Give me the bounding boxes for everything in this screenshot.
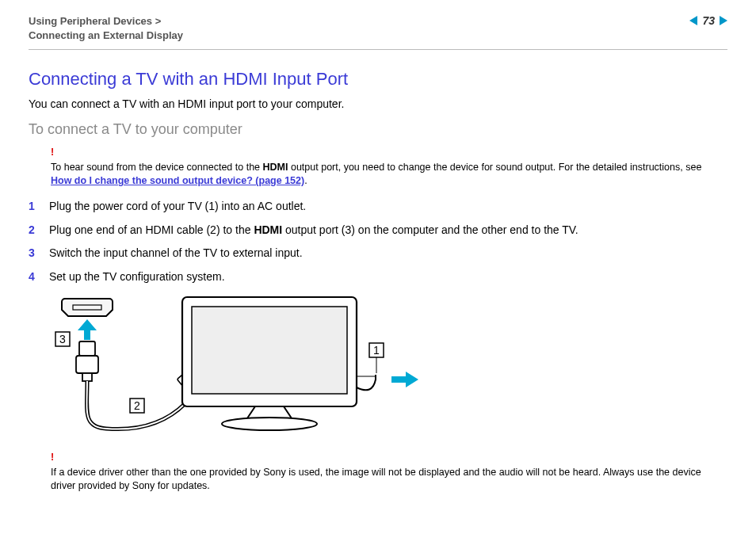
svg-marker-3: [78, 319, 97, 340]
step-text: Set up the TV configuration system.: [49, 269, 225, 285]
breadcrumb-top: Using Peripheral Devices: [29, 15, 152, 27]
page-header: Using Peripheral Devices > Connecting an…: [29, 14, 727, 50]
step-1: 1 Plug the power cord of your TV (1) int…: [29, 199, 727, 215]
chevron-right-icon: >: [155, 15, 162, 27]
note2-text: If a device driver other than the one pr…: [51, 467, 701, 491]
hdmi-plug-icon: [76, 341, 98, 381]
diagram-label-2: 2: [130, 399, 144, 413]
svg-rect-6: [82, 373, 92, 381]
power-cord-icon: [357, 375, 376, 390]
step-4: 4 Set up the TV configuration system.: [29, 269, 727, 285]
diagram-label-3: 3: [55, 332, 70, 346]
intro-text: You can connect a TV with an HDMI input …: [29, 97, 727, 110]
subheading: To connect a TV to your computer: [29, 121, 727, 138]
svg-text:2: 2: [134, 399, 140, 412]
tv-icon: [182, 297, 357, 430]
svg-rect-12: [192, 307, 347, 394]
step-text: Switch the input channel of the TV to ex…: [49, 246, 303, 261]
page-nav: 73: [689, 14, 727, 27]
breadcrumb-bottom: Connecting an External Display: [29, 29, 183, 41]
svg-marker-18: [391, 372, 418, 387]
arrow-right-icon: [391, 372, 418, 387]
note-driver: ! If a device driver other than the one …: [51, 451, 727, 493]
note-sound-output: ! To hear sound from the device connecte…: [51, 146, 727, 188]
nav-prev-icon[interactable]: [689, 16, 697, 25]
page-number: 73: [702, 14, 715, 27]
note-text-a: To hear sound from the device connected …: [51, 162, 263, 173]
svg-text:3: 3: [59, 333, 66, 345]
page-title: Connecting a TV with an HDMI Input Port: [29, 69, 727, 90]
diagram-label-1: 1: [369, 343, 384, 357]
steps-list: 1 Plug the power cord of your TV (1) int…: [29, 199, 727, 284]
breadcrumb: Using Peripheral Devices > Connecting an…: [29, 14, 183, 43]
step-number: 4: [29, 269, 40, 285]
nav-next-icon[interactable]: [720, 16, 727, 25]
step-2: 2 Plug one end of an HDMI cable (2) to t…: [29, 223, 727, 238]
step-number: 3: [29, 246, 40, 261]
note-text-c: .: [304, 175, 307, 186]
step-text: Plug one end of an HDMI cable (2) to the…: [49, 223, 578, 238]
step-number: 2: [29, 223, 40, 238]
svg-rect-5: [76, 356, 98, 373]
connection-diagram: 3 2: [51, 292, 727, 443]
alert-icon: !: [51, 451, 727, 464]
step-3: 3 Switch the input channel of the TV to …: [29, 246, 727, 261]
svg-rect-4: [79, 341, 95, 356]
step-text: Plug the power cord of your TV (1) into …: [49, 199, 306, 215]
hdmi-port-icon: [62, 299, 113, 316]
document-page: Using Peripheral Devices > Connecting an…: [0, 0, 756, 509]
sound-output-link[interactable]: How do I change the sound output device?…: [51, 175, 304, 186]
note-text-b: output port, you need to change the devi…: [288, 162, 701, 173]
svg-text:1: 1: [373, 344, 380, 357]
svg-point-13: [222, 418, 317, 430]
alert-icon: !: [51, 146, 727, 159]
arrow-up-icon: [78, 319, 97, 340]
hdmi-bold: HDMI: [263, 162, 288, 173]
diagram-svg: 3 2: [51, 292, 431, 443]
step-number: 1: [29, 199, 40, 215]
